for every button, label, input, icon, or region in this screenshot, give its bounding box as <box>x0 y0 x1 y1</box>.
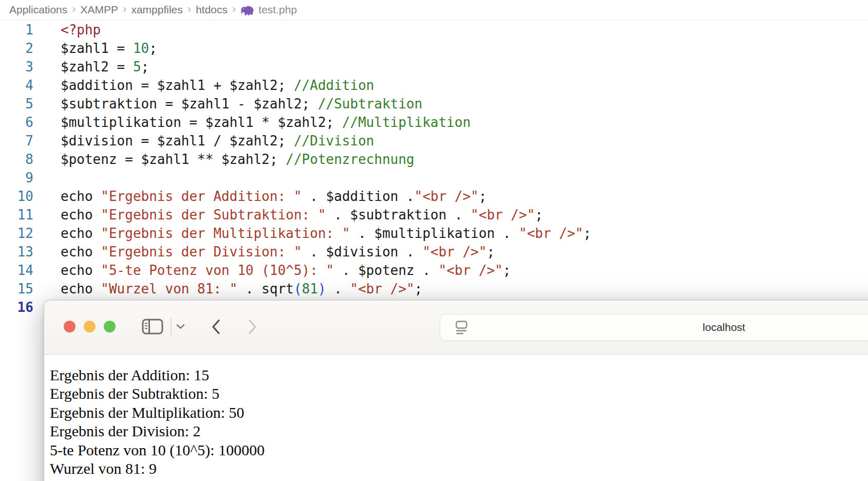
browser-toolbar: localhost <box>44 301 868 355</box>
code-line[interactable]: 12echo "Ergebnis der Multiplikation: " .… <box>0 224 868 243</box>
zoom-button[interactable] <box>104 321 116 332</box>
code-text: echo "Ergebnis der Addition: " . $additi… <box>61 187 487 206</box>
line-number: 15 <box>0 280 33 298</box>
code-text: echo "Ergebnis der Division: " . $divisi… <box>61 243 495 261</box>
forward-button[interactable] <box>248 319 257 336</box>
browser-content: Ergebnis der Addition: 15Ergebnis der Su… <box>44 355 868 481</box>
line-number: 14 <box>0 261 33 280</box>
code-line[interactable]: 7$division = $zahl1 / $zahl2; //Division <box>0 132 868 150</box>
code-line[interactable]: 15echo "Wurzel von 81: " . sqrt(81) . "<… <box>0 280 868 298</box>
browser-window: localhost Ergebnis der Addition: 15Ergeb… <box>44 300 868 481</box>
line-number: 12 <box>0 224 33 243</box>
code-text: $subtraktion = $zahl1 - $zahl2; //Subtra… <box>61 95 422 113</box>
close-button[interactable] <box>64 321 76 332</box>
code-line[interactable]: 9 <box>0 169 868 187</box>
breadcrumb-item[interactable]: xamppfiles <box>131 4 182 16</box>
url-text: localhost <box>440 314 868 340</box>
breadcrumb-separator: › <box>72 3 76 16</box>
breadcrumb-file[interactable]: test.php <box>258 4 297 16</box>
address-bar[interactable]: localhost <box>440 314 868 341</box>
line-number: 16 <box>0 298 33 317</box>
sidebar-dropdown-button[interactable] <box>176 323 185 331</box>
line-number: 9 <box>0 169 33 187</box>
code-text: echo "Ergebnis der Multiplikation: " . $… <box>61 224 591 243</box>
code-area[interactable]: 1<?php2$zahl1 = 10;3$zahl2 = 5;4$additio… <box>0 21 868 317</box>
code-text: <?php <box>61 21 101 39</box>
line-number: 13 <box>0 243 33 261</box>
breadcrumb-item[interactable]: Applications <box>9 4 67 16</box>
breadcrumb: Applications›XAMPP›xamppfiles›htdocs› te… <box>0 0 868 20</box>
code-line[interactable]: 3$zahl2 = 5; <box>0 58 868 76</box>
breadcrumb-item[interactable]: htdocs <box>196 4 228 16</box>
code-text: echo "Wurzel von 81: " . sqrt(81) . "<br… <box>61 280 422 298</box>
line-number: 3 <box>0 58 33 76</box>
code-line[interactable]: 14echo "5-te Potenz von 10 (10^5): " . $… <box>0 261 868 280</box>
code-text: $addition = $zahl1 + $zahl2; //Addition <box>61 76 374 95</box>
code-line[interactable]: 13echo "Ergebnis der Division: " . $divi… <box>0 243 868 261</box>
code-text: $multiplikation = $zahl1 * $zahl2; //Mul… <box>61 113 470 132</box>
output-line: Ergebnis der Addition: 15 <box>50 366 868 384</box>
breadcrumb-path: Applications›XAMPP›xamppfiles›htdocs› <box>9 3 240 16</box>
output-line: Ergebnis der Multiplikation: 50 <box>50 403 868 422</box>
traffic-lights <box>64 321 116 332</box>
sidebar-toggle-button[interactable] <box>142 319 163 336</box>
forward-icon <box>248 319 257 335</box>
code-text: $potenz = $zahl1 ** $zahl2; //Potenzrech… <box>61 150 414 169</box>
code-line[interactable]: 6$multiplikation = $zahl1 * $zahl2; //Mu… <box>0 113 868 132</box>
sidebar-toggle-icon <box>142 319 163 335</box>
output-line: Ergebnis der Subtraktion: 5 <box>50 384 868 403</box>
code-text: echo "Ergebnis der Subtraktion: " . $sub… <box>61 206 543 224</box>
line-number: 4 <box>0 76 33 95</box>
minimize-button[interactable] <box>84 321 96 332</box>
line-number: 7 <box>0 132 33 150</box>
code-line[interactable]: 8$potenz = $zahl1 ** $zahl2; //Potenzrec… <box>0 150 868 169</box>
breadcrumb-separator: › <box>232 3 236 16</box>
line-number: 2 <box>0 39 33 58</box>
code-line[interactable]: 2$zahl1 = 10; <box>0 39 868 58</box>
line-number: 11 <box>0 206 33 224</box>
output-line: Ergebnis der Division: 2 <box>50 422 868 440</box>
code-line[interactable]: 4$addition = $zahl1 + $zahl2; //Addition <box>0 76 868 95</box>
output-line: Wurzel von 81: 9 <box>50 459 868 478</box>
breadcrumb-separator: › <box>187 3 191 16</box>
back-icon <box>212 319 220 335</box>
chevron-down-icon <box>176 324 185 329</box>
line-number: 6 <box>0 113 33 132</box>
code-text: $division = $zahl1 / $zahl2; //Division <box>61 132 374 150</box>
code-text: $zahl2 = 5; <box>61 58 149 76</box>
code-line[interactable]: 5$subtraktion = $zahl1 - $zahl2; //Subtr… <box>0 95 868 113</box>
back-button[interactable] <box>212 319 220 336</box>
breadcrumb-separator: › <box>123 3 126 16</box>
code-text: $zahl1 = 10; <box>61 39 157 58</box>
line-number: 5 <box>0 95 33 113</box>
line-number: 10 <box>0 187 33 206</box>
line-number: 1 <box>0 21 33 39</box>
output-line: 5-te Potenz von 10 (10^5): 100000 <box>50 441 868 459</box>
code-text: echo "5-te Potenz von 10 (10^5): " . $po… <box>61 261 511 280</box>
toolbar-divider <box>171 318 172 336</box>
line-number: 8 <box>0 150 33 169</box>
screen: Applications›XAMPP›xamppfiles›htdocs› te… <box>0 0 868 481</box>
code-line[interactable]: 1<?php <box>0 21 868 39</box>
code-line[interactable]: 11echo "Ergebnis der Subtraktion: " . $s… <box>0 206 868 224</box>
code-line[interactable]: 10echo "Ergebnis der Addition: " . $addi… <box>0 187 868 206</box>
php-elephant-icon <box>240 5 254 16</box>
breadcrumb-item[interactable]: XAMPP <box>81 4 119 16</box>
